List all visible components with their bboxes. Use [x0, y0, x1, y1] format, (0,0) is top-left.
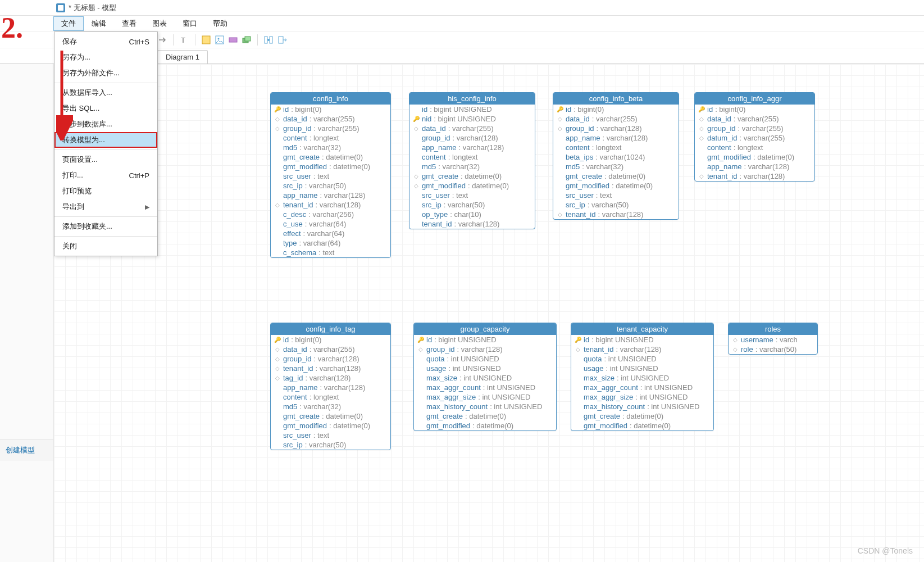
arrow-right-icon[interactable]	[157, 35, 167, 45]
entity-field-row[interactable]: ◇group_id: varchar(255)	[271, 124, 390, 133]
diagram-canvas[interactable]: CSDN @Tonels config_info🔑id: bigint(0)◇d…	[54, 64, 924, 562]
entity-field-row[interactable]: ◇tenant_id: varchar(128)	[695, 171, 814, 181]
entity-field-row[interactable]: gmt_modified: datetime(0)	[271, 162, 390, 171]
entity-field-row[interactable]: ◇group_id: varchar(255)	[695, 124, 814, 133]
filemenu-item[interactable]: 添加到收藏夹...	[54, 219, 157, 234]
entity-field-row[interactable]: ◇group_id: varchar(128)	[414, 345, 556, 354]
entity-field-row[interactable]: c_use: varchar(64)	[271, 219, 390, 229]
menu-文件[interactable]: 文件	[53, 16, 84, 31]
shape-icon[interactable]	[228, 35, 238, 45]
entity-field-row[interactable]: ◇data_id: varchar(255)	[271, 345, 390, 354]
entity-field-row[interactable]: group_id: varchar(128)	[409, 133, 535, 143]
entity-field-row[interactable]: gmt_create: datetime(0)	[271, 411, 390, 421]
entity-field-row[interactable]: max_aggr_size: int UNSIGNED	[414, 392, 556, 402]
entity-field-row[interactable]: gmt_create: datetime(0)	[271, 152, 390, 162]
entity-field-row[interactable]: ◇tenant_id: varchar(128)	[271, 200, 390, 210]
entity-field-row[interactable]: ◇tag_id: varchar(128)	[271, 373, 390, 383]
entity-field-row[interactable]: gmt_modified: datetime(0)	[571, 421, 713, 430]
export-db-icon[interactable]	[277, 35, 287, 45]
entity-field-row[interactable]: ◇tenant_id: varchar(128)	[571, 345, 713, 354]
compare-icon[interactable]	[263, 35, 274, 45]
menu-编辑[interactable]: 编辑	[84, 16, 114, 31]
create-model-button[interactable]: 创建模型	[0, 439, 53, 461]
entity-field-row[interactable]: src_ip: varchar(50)	[553, 200, 679, 210]
entity-field-row[interactable]: md5: varchar(32)	[553, 162, 679, 171]
menu-查看[interactable]: 查看	[114, 16, 144, 31]
note-icon[interactable]	[201, 35, 211, 45]
entity-field-row[interactable]: 🔑id: bigint(0)	[271, 105, 390, 114]
text-tool-icon[interactable]: T	[179, 35, 189, 45]
entity-field-row[interactable]: max_history_count: int UNSIGNED	[571, 402, 713, 411]
entity-field-row[interactable]: ◇tenant_id: varchar(128)	[271, 364, 390, 373]
image-icon[interactable]	[215, 35, 225, 45]
entity-field-row[interactable]: ◇group_id: varchar(128)	[271, 354, 390, 364]
entity-field-row[interactable]: ◇data_id: varchar(255)	[695, 114, 814, 124]
entity-field-row[interactable]: op_type: char(10)	[409, 210, 535, 219]
filemenu-item[interactable]: 导出到▶	[54, 199, 157, 215]
entity-config_info_aggr[interactable]: config_info_aggr🔑id: bigint(0)◇data_id: …	[694, 92, 815, 182]
entity-field-row[interactable]: src_ip: varchar(50)	[271, 440, 390, 450]
entity-group_capacity[interactable]: group_capacity🔑id: bigint UNSIGNED◇group…	[413, 323, 557, 431]
entity-field-row[interactable]: app_name: varchar(128)	[695, 162, 814, 171]
menu-帮助[interactable]: 帮助	[205, 16, 235, 31]
entity-field-row[interactable]: src_user: text	[553, 191, 679, 200]
menu-图表[interactable]: 图表	[144, 16, 175, 31]
entity-field-row[interactable]: content: longtext	[553, 143, 679, 152]
filemenu-item[interactable]: 打印预览	[54, 183, 157, 199]
entity-field-row[interactable]: ◇username: varch	[729, 335, 817, 345]
entity-field-row[interactable]: ◇data_id: varchar(255)	[271, 114, 390, 124]
entity-field-row[interactable]: content: longtext	[271, 392, 390, 402]
entity-field-row[interactable]: usage: int UNSIGNED	[571, 364, 713, 373]
entity-field-row[interactable]: beta_ips: varchar(1024)	[553, 152, 679, 162]
entity-field-row[interactable]: quota: int UNSIGNED	[414, 354, 556, 364]
entity-field-row[interactable]: max_aggr_count: int UNSIGNED	[414, 383, 556, 392]
entity-config_info[interactable]: config_info🔑id: bigint(0)◇data_id: varch…	[270, 92, 391, 258]
entity-field-row[interactable]: content: longtext	[409, 152, 535, 162]
entity-field-row[interactable]: app_name: varchar(128)	[271, 383, 390, 392]
entity-field-row[interactable]: md5: varchar(32)	[409, 162, 535, 171]
entity-field-row[interactable]: 🔑nid: bigint UNSIGNED	[409, 114, 535, 124]
entity-field-row[interactable]: gmt_modified: datetime(0)	[695, 152, 814, 162]
entity-config_info_beta[interactable]: config_info_beta🔑id: bigint(0)◇data_id: …	[553, 92, 679, 220]
entity-field-row[interactable]: src_ip: varchar(50)	[271, 181, 390, 191]
entity-field-row[interactable]: src_user: text	[409, 191, 535, 200]
filemenu-item[interactable]: 页面设置...	[54, 152, 157, 167]
entity-field-row[interactable]: src_ip: varchar(50)	[409, 200, 535, 210]
entity-config_info_tag[interactable]: config_info_tag🔑id: bigint(0)◇data_id: v…	[270, 323, 391, 450]
entity-field-row[interactable]: gmt_modified: datetime(0)	[553, 181, 679, 191]
entity-field-row[interactable]: src_user: text	[271, 171, 390, 181]
entity-field-row[interactable]: gmt_create: datetime(0)	[414, 411, 556, 421]
entity-field-row[interactable]: type: varchar(64)	[271, 238, 390, 248]
entity-field-row[interactable]: app_name: varchar(128)	[553, 133, 679, 143]
entity-field-row[interactable]: app_name: varchar(128)	[409, 143, 535, 152]
menu-窗口[interactable]: 窗口	[175, 16, 205, 31]
entity-field-row[interactable]: max_history_count: int UNSIGNED	[414, 402, 556, 411]
entity-field-row[interactable]: ◇data_id: varchar(255)	[553, 114, 679, 124]
entity-field-row[interactable]: ◇tenant_id: varchar(128)	[553, 210, 679, 219]
entity-field-row[interactable]: md5: varchar(32)	[271, 402, 390, 411]
entity-field-row[interactable]: ◇gmt_create: datetime(0)	[409, 171, 535, 181]
entity-field-row[interactable]: ◇role: varchar(50)	[729, 345, 817, 354]
entity-field-row[interactable]: gmt_modified: datetime(0)	[414, 421, 556, 430]
entity-field-row[interactable]: id: bigint UNSIGNED	[409, 105, 535, 114]
entity-field-row[interactable]: usage: int UNSIGNED	[414, 364, 556, 373]
entity-field-row[interactable]: max_aggr_count: int UNSIGNED	[571, 383, 713, 392]
entity-field-row[interactable]: 🔑id: bigint(0)	[695, 105, 814, 114]
entity-field-row[interactable]: c_schema: text	[271, 248, 390, 257]
entity-field-row[interactable]: gmt_create: datetime(0)	[571, 411, 713, 421]
entity-field-row[interactable]: c_desc: varchar(256)	[271, 210, 390, 219]
entity-tenant_capacity[interactable]: tenant_capacity🔑id: bigint UNSIGNED◇tena…	[571, 323, 714, 431]
layer-icon[interactable]	[242, 35, 252, 45]
entity-field-row[interactable]: md5: varchar(32)	[271, 143, 390, 152]
entity-his_config_info[interactable]: his_config_info id: bigint UNSIGNED🔑nid:…	[409, 92, 535, 229]
entity-field-row[interactable]: ◇group_id: varchar(128)	[553, 124, 679, 133]
entity-field-row[interactable]: ◇gmt_modified: datetime(0)	[409, 181, 535, 191]
entity-field-row[interactable]: src_user: text	[271, 430, 390, 440]
diagram-tab[interactable]: Diagram 1	[157, 50, 208, 64]
entity-field-row[interactable]: app_name: varchar(128)	[271, 191, 390, 200]
entity-field-row[interactable]: 🔑id: bigint(0)	[271, 335, 390, 345]
entity-roles[interactable]: roles◇username: varch◇role: varchar(50)	[728, 323, 818, 355]
entity-field-row[interactable]: tenant_id: varchar(128)	[409, 219, 535, 229]
filemenu-item[interactable]: 打印...Ctrl+P	[54, 167, 157, 183]
entity-field-row[interactable]: gmt_create: datetime(0)	[553, 171, 679, 181]
